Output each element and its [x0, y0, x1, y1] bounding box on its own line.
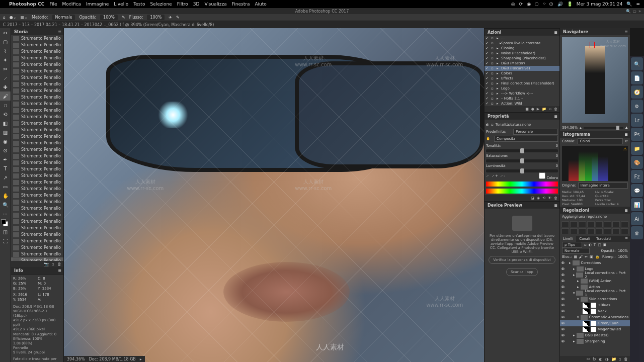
posterize-adj-icon[interactable] [596, 228, 603, 234]
dock-app-10[interactable]: 📊 [631, 198, 643, 211]
eyedropper-tool[interactable]: ⟋ [0, 73, 11, 82]
status-datetime[interactable]: Mer 3 mag 20:01:24 [577, 2, 623, 7]
sat-slider[interactable] [486, 159, 558, 162]
tab-layers[interactable]: Livelli [560, 236, 576, 242]
status-bt-icon[interactable]: ⌬ [549, 2, 553, 7]
opacity-value[interactable]: 100% [100, 15, 118, 20]
history-brush-tool[interactable]: ⟲ [0, 110, 11, 119]
delete-action-icon[interactable]: 🗑 [554, 107, 557, 111]
menu-window[interactable]: Finestra [232, 2, 250, 7]
mode-dropdown[interactable]: Normale [52, 15, 75, 20]
action-item[interactable]: ✓▫▸Final corrections (Placeholder) [485, 81, 559, 86]
lock-position-icon[interactable]: ↔ [585, 255, 588, 259]
history-item[interactable]: Strumento Pennello [11, 42, 63, 48]
lum-slider[interactable] [486, 169, 558, 172]
heal-tool[interactable]: ✚ [0, 82, 11, 92]
photofilter-adj-icon[interactable] [561, 228, 569, 234]
filter-pixel-icon[interactable]: ▫ [584, 243, 587, 247]
crop-tool[interactable]: ✂ [0, 64, 11, 73]
history-item[interactable]: Strumento Pennello [11, 133, 63, 140]
record-action-icon[interactable]: ● [531, 107, 534, 111]
brush-tool[interactable]: 🖌 [0, 92, 11, 101]
selectivecolor-adj-icon[interactable] [621, 228, 628, 234]
edit-toolbar[interactable]: ⋯ [0, 209, 11, 218]
history-item[interactable]: Strumento Pennello [11, 231, 63, 238]
notification-icon[interactable]: ≡ [636, 2, 640, 7]
delete-prop-icon[interactable]: 🗑 [554, 196, 557, 200]
levels-adj-icon[interactable] [570, 221, 578, 227]
threshold-adj-icon[interactable] [604, 228, 611, 234]
bw-adj-icon[interactable] [621, 221, 628, 227]
delete-layer-icon[interactable]: 🗑 [624, 357, 628, 361]
eyedropper-plus-icon[interactable]: ⟋+ [492, 174, 498, 178]
new-layer-icon[interactable]: ▫ [619, 357, 621, 361]
info-panel-header[interactable]: Info ≡ [11, 267, 63, 274]
invert-adj-icon[interactable] [587, 228, 595, 234]
history-item[interactable]: Strumento Pennello [11, 146, 63, 153]
layer-item[interactable]: 👁Green/Cyan [560, 320, 630, 326]
action-item[interactable]: ✓▫▸Colors [485, 71, 559, 76]
menu-text[interactable]: Testo [133, 2, 145, 7]
vibrance-adj-icon[interactable] [596, 221, 603, 227]
channelmixer-adj-icon[interactable] [570, 228, 578, 234]
dock-app-1[interactable]: 📄 [631, 71, 643, 84]
quickmask-tool[interactable]: ◫ [0, 227, 11, 236]
wand-tool[interactable]: ✦ [0, 55, 11, 64]
layer-item[interactable]: 👁▾Chromatic Aberrations [560, 314, 630, 320]
blur-tool[interactable]: ◉ [0, 137, 11, 146]
zoom-status[interactable]: 394,36% [67, 357, 85, 361]
dodge-tool[interactable]: ⊙ [0, 146, 11, 155]
panel-menu-icon[interactable]: ≡ [623, 236, 630, 242]
lock-all-icon[interactable]: 🔒 [595, 255, 600, 259]
cache-warning-icon[interactable]: ⚠ [623, 147, 627, 151]
delete-state-icon[interactable]: 🗑 [57, 262, 61, 266]
histogram-source-dropdown[interactable]: Immagine intera [578, 183, 628, 189]
filter-text-icon[interactable]: T [594, 243, 596, 247]
check-devices-button[interactable]: Verifica la presenza di dispositivi [489, 256, 555, 264]
menu-filter[interactable]: Filtro [177, 2, 188, 7]
device-preview-header[interactable]: Device Preview ≡ [485, 202, 559, 209]
history-item[interactable]: Strumento Pennello [11, 153, 63, 159]
menu-selection[interactable]: Selezione [150, 2, 172, 7]
panel-menu-icon[interactable]: ≡ [624, 30, 628, 34]
channel-dropdown[interactable]: Composita [494, 136, 558, 142]
lock-pixels-icon[interactable]: 🖌 [579, 255, 583, 259]
brightness-adj-icon[interactable] [561, 221, 569, 227]
new-set-icon[interactable]: 📁 [542, 107, 546, 111]
gradient-tool[interactable]: ▨ [0, 128, 11, 137]
move-tool[interactable]: ↔ [0, 28, 11, 37]
layer-item[interactable]: 👁Neck [560, 308, 630, 314]
path-tool[interactable]: ↗ [0, 173, 11, 182]
navigator-header[interactable]: Navigatore ≡ [560, 28, 630, 35]
mask-add-icon[interactable]: ◐ [599, 357, 603, 361]
new-action-icon[interactable]: ▫ [549, 107, 551, 111]
menu-file[interactable]: File [49, 2, 57, 7]
status-sync-icon[interactable]: ⟳ [519, 2, 523, 7]
action-item[interactable]: ✓▫▸Logo [485, 86, 559, 91]
reset-icon[interactable]: ⟲ [542, 196, 545, 200]
stop-action-icon[interactable]: ■ [525, 107, 529, 111]
navigator-viewport[interactable] [590, 42, 595, 49]
histogram-header[interactable]: Istogramma ≡ [560, 131, 630, 138]
action-item[interactable]: ✓▫▸Action: Wild [485, 101, 559, 106]
history-item[interactable]: Strumento Pennello [11, 166, 63, 172]
stamp-tool[interactable]: ⎍ [0, 101, 11, 110]
layer-kind-dropdown[interactable]: ρ Tipo [562, 242, 582, 248]
adjustments-header[interactable]: Regolazioni ≡ [560, 207, 630, 214]
actions-list[interactable]: ✓▫▸…✓▫▸Sposta livello corrente✓▫▸Cloning… [485, 36, 559, 106]
layer-item[interactable]: 👁▾Local corrections – Part 1 [560, 290, 630, 296]
eraser-tool[interactable]: ◧ [0, 119, 11, 128]
action-item[interactable]: ✓▫▸D&B (Recursive) [485, 66, 559, 71]
menu-layer[interactable]: Livello [114, 2, 128, 7]
dock-app-11[interactable]: Ai [631, 212, 643, 225]
tab-channels[interactable]: Canali [576, 236, 593, 242]
screenmode-tool[interactable]: ⛶ [0, 236, 11, 245]
preset-dropdown[interactable]: Personale [513, 129, 558, 135]
zoom-tool[interactable]: 🔍 [0, 200, 11, 209]
nav-zoom-slider[interactable] [584, 127, 623, 129]
history-item[interactable]: Strumento Pennello [11, 199, 63, 205]
history-item[interactable]: Strumento Pennello [11, 238, 63, 244]
app-name[interactable]: Photoshop CC [9, 2, 44, 7]
panel-menu-icon[interactable]: ≡ [58, 30, 61, 34]
history-list[interactable]: Strumento PennelloStrumento PennelloStru… [11, 35, 63, 261]
